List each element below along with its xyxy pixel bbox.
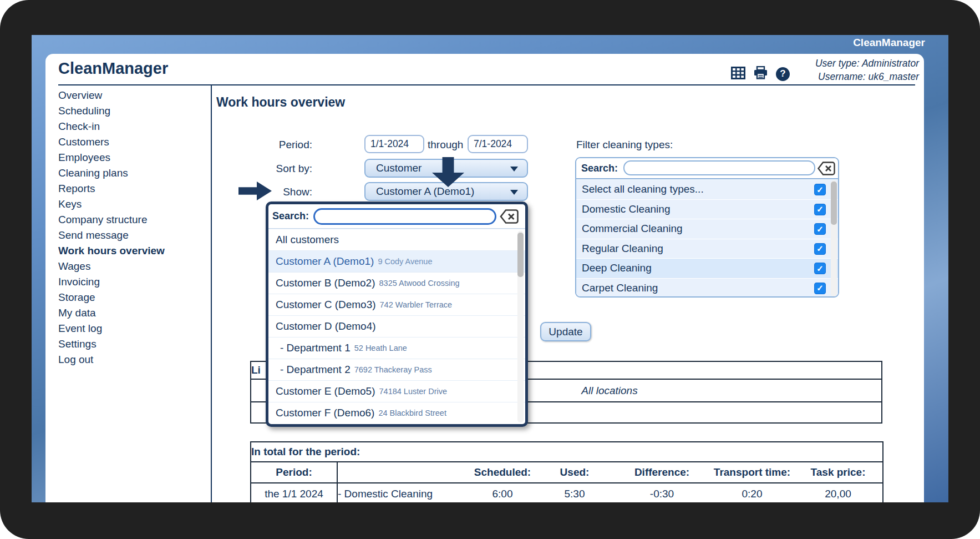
cleaning-option-label: Commercial Cleaning: [582, 223, 683, 235]
option-name: - Department 1: [280, 342, 351, 354]
totals-table-title: In total for the period:: [251, 442, 883, 462]
sidebar-item-reports[interactable]: Reports: [58, 181, 205, 197]
sort-by-value: Customer: [376, 162, 422, 174]
totals-header-cell: Used:: [536, 462, 613, 483]
brand-watermark: CleanManager: [853, 37, 925, 49]
through-label: through: [428, 139, 463, 151]
sidebar-item-log-out[interactable]: Log out: [58, 352, 205, 367]
checkbox-checked[interactable]: ✓: [814, 223, 826, 235]
customer-option[interactable]: Customer F (Demo6) 24 Blackbird Street: [268, 402, 525, 424]
cleaning-option[interactable]: Domestic Cleaning ✓: [576, 199, 838, 219]
sidebar-item-settings[interactable]: Settings: [58, 336, 205, 352]
cleaning-option[interactable]: Commercial Cleaning ✓: [576, 219, 838, 239]
cleaning-filter-title: Filter cleaning types:: [576, 139, 673, 151]
content-divider: [211, 85, 212, 502]
totals-data-cell: 5:30: [536, 483, 613, 502]
totals-data-cell: 0:20: [710, 483, 794, 502]
customer-search-row: Search:: [268, 204, 525, 229]
customer-option[interactable]: Customer D (Demo4): [268, 315, 525, 337]
sidebar-item-scheduling[interactable]: Scheduling: [58, 103, 205, 119]
sidebar-item-storage[interactable]: Storage: [58, 290, 205, 305]
backspace-clear-icon[interactable]: [817, 161, 835, 176]
sidebar-item-employees[interactable]: Employees: [58, 150, 205, 165]
option-name: Customer C (Demo3): [276, 299, 376, 311]
customer-option[interactable]: Customer C (Demo3) 742 Warbler Terrace: [268, 294, 525, 315]
period-to-input[interactable]: [468, 135, 528, 153]
totals-header-cell: [337, 462, 469, 483]
cleaning-option[interactable]: Carpet Cleaning ✓: [576, 278, 838, 298]
sidebar-item-check-in[interactable]: Check-in: [58, 119, 205, 134]
checkbox-checked[interactable]: ✓: [814, 243, 826, 255]
option-name: Customer E (Demo5): [276, 385, 375, 397]
option-name: Customer B (Demo2): [276, 277, 375, 289]
chevron-down-icon: [510, 190, 518, 195]
period-from-input[interactable]: [364, 135, 424, 153]
customer-option[interactable]: Customer B (Demo2) 8325 Atwood Crossing: [268, 272, 525, 294]
checkbox-checked[interactable]: ✓: [814, 184, 826, 195]
customer-option[interactable]: Customer E (Demo5) 74184 Luster Drive: [268, 380, 525, 402]
sidebar-item-wages[interactable]: Wages: [58, 259, 205, 274]
cleaning-option-label: Carpet Cleaning: [582, 282, 658, 294]
option-address: 52 Heath Lane: [354, 344, 407, 352]
sidebar-item-cleaning-plans[interactable]: Cleaning plans: [58, 165, 205, 181]
cleaning-search-input[interactable]: [623, 160, 815, 175]
scrollbar-thumb[interactable]: [517, 233, 524, 277]
sidebar-item-company-structure[interactable]: Company structure: [58, 212, 205, 228]
app-logo-title: CleanManager: [58, 59, 168, 78]
customer-option-department[interactable]: - Department 1 52 Heath Lane: [268, 337, 525, 359]
totals-data-cell: the 1/1 2024: [251, 483, 337, 502]
cleaning-option[interactable]: Deep Cleaning ✓: [576, 258, 838, 278]
option-name: Customer F (Demo6): [276, 407, 374, 419]
update-button[interactable]: Update: [540, 322, 591, 341]
cleaning-option[interactable]: Select all cleaning types... ✓: [576, 179, 838, 199]
totals-data-cell: 6:00: [469, 483, 536, 502]
help-icon[interactable]: ?: [776, 67, 790, 81]
app-panel: CleanManager: [45, 54, 924, 502]
customer-search-input[interactable]: [313, 208, 496, 225]
option-address: 9 Cody Avenue: [378, 257, 432, 266]
cleaning-search-label: Search:: [581, 163, 618, 174]
user-info: User type: Administrator Username: uk6_m…: [815, 57, 919, 83]
customer-search-label: Search:: [272, 210, 309, 222]
option-address: 7692 Thackeray Pass: [354, 365, 432, 374]
page-title: Work hours overview: [216, 95, 345, 110]
checkbox-checked[interactable]: ✓: [814, 263, 826, 274]
dropdown-scrollbar: [517, 231, 524, 422]
chevron-down-icon: [510, 167, 518, 172]
totals-header-cell: Period:: [251, 462, 337, 483]
sidebar-item-invoicing[interactable]: Invoicing: [58, 274, 205, 290]
sidebar-item-work-hours-overview[interactable]: Work hours overview: [58, 243, 205, 259]
sidebar-item-event-log[interactable]: Event log: [58, 321, 205, 336]
sidebar-item-my-data[interactable]: My data: [58, 305, 205, 321]
option-address: 74184 Luster Drive: [379, 387, 448, 396]
username-text: Username: uk6_master: [815, 70, 919, 83]
print-icon[interactable]: [753, 66, 768, 82]
sidebar-item-send-message[interactable]: Send message: [58, 228, 205, 243]
cleaning-filter-panel: Search: Select all cleaning types... ✓: [575, 157, 839, 298]
option-name: Customer D (Demo4): [276, 320, 376, 333]
customer-option[interactable]: All customers: [268, 229, 525, 250]
sidebar-item-overview[interactable]: Overview: [58, 88, 205, 103]
cleaning-option[interactable]: Regular Cleaning ✓: [576, 239, 838, 259]
sidebar-nav: Overview Scheduling Check-in Customers E…: [58, 88, 205, 367]
customer-dropdown: Search: All customers Custome: [266, 202, 528, 427]
user-type-text: User type: Administrator: [815, 57, 919, 70]
sidebar-item-keys[interactable]: Keys: [58, 197, 205, 212]
grid-icon[interactable]: [731, 67, 745, 82]
sort-by-label: Sort by:: [235, 163, 312, 175]
scrollbar-thumb[interactable]: [831, 182, 837, 225]
backspace-clear-icon[interactable]: [500, 209, 519, 224]
option-address: 8325 Atwood Crossing: [379, 279, 460, 288]
customer-option-department[interactable]: - Department 2 7692 Thackeray Pass: [268, 359, 525, 380]
totals-header-cell: Scheduled:: [469, 462, 536, 483]
cleaning-option-label: Domestic Cleaning: [582, 203, 670, 215]
totals-header-cell: Task price:: [794, 462, 883, 483]
checkbox-checked[interactable]: ✓: [814, 204, 826, 215]
checkbox-checked[interactable]: ✓: [814, 283, 826, 294]
cleaning-option-label: Regular Cleaning: [582, 243, 663, 255]
screenshot-stage: CleanManager CleanManager: [0, 0, 980, 539]
sidebar-item-customers[interactable]: Customers: [58, 134, 205, 150]
filter-scrollbar: [831, 180, 837, 296]
customer-option-selected[interactable]: Customer A (Demo1) 9 Cody Avenue: [268, 250, 525, 272]
period-label: Period:: [235, 139, 312, 151]
